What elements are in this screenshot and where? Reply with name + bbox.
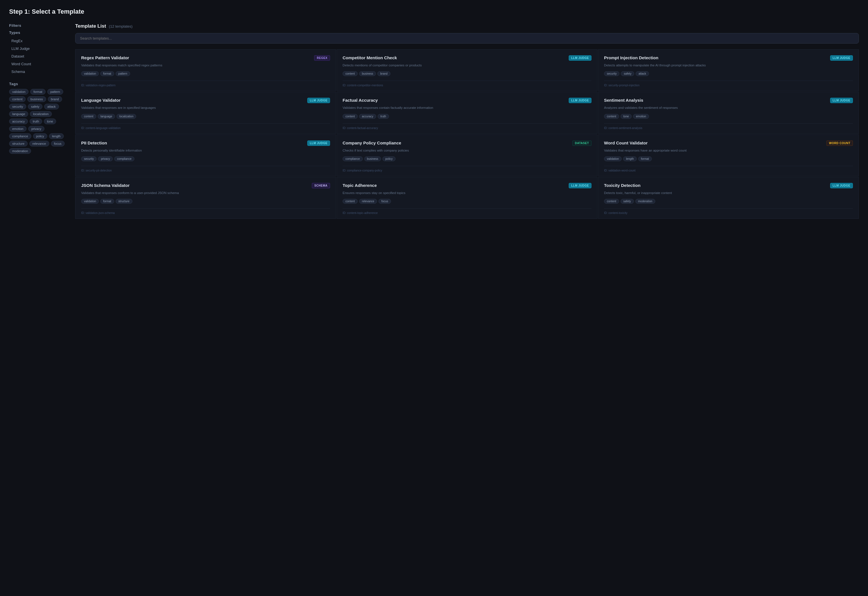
tag-language[interactable]: language: [9, 111, 28, 117]
card-tag[interactable]: focus: [378, 199, 391, 204]
card-badge: WORD COUNT: [827, 140, 853, 146]
tags-label: Tags: [9, 82, 66, 86]
tag-attack[interactable]: attack: [44, 104, 59, 109]
card-tag[interactable]: attack: [636, 71, 649, 76]
card-tag[interactable]: privacy: [98, 157, 113, 161]
card-id: ID: validation-json-schema: [81, 208, 330, 214]
sidebar-type-llm-judge[interactable]: LLM Judge: [9, 45, 66, 52]
card-tag[interactable]: localization: [117, 114, 136, 119]
template-card[interactable]: JSON Schema Validator SCHEMA Validates t…: [75, 177, 336, 219]
tag-safety[interactable]: safety: [28, 104, 43, 109]
card-tag[interactable]: content: [342, 71, 358, 76]
tag-accuracy[interactable]: accuracy: [9, 118, 28, 124]
card-header: Toxicity Detection LLM JUDGE: [604, 183, 853, 188]
card-tag[interactable]: format: [638, 157, 652, 161]
card-tag[interactable]: content: [81, 114, 96, 119]
card-tag[interactable]: policy: [382, 157, 396, 161]
tag-privacy[interactable]: privacy: [28, 126, 44, 132]
tag-format[interactable]: format: [30, 89, 45, 95]
tag-compliance[interactable]: compliance: [9, 133, 31, 139]
card-tag[interactable]: moderation: [635, 199, 655, 204]
tag-business[interactable]: business: [27, 96, 46, 102]
card-tag[interactable]: format: [100, 199, 114, 204]
card-badge: LLM JUDGE: [830, 183, 853, 188]
card-tag[interactable]: pattern: [116, 71, 130, 76]
tag-structure[interactable]: structure: [9, 141, 28, 146]
sidebar-type-regex[interactable]: RegEx: [9, 38, 66, 44]
card-tag[interactable]: safety: [620, 199, 634, 204]
template-card[interactable]: Sentiment Analysis LLM JUDGE Analyzes an…: [598, 92, 859, 134]
card-tag[interactable]: compliance: [342, 157, 363, 161]
card-tag[interactable]: accuracy: [359, 114, 376, 119]
card-tag[interactable]: tone: [620, 114, 632, 119]
card-tag[interactable]: security: [81, 157, 96, 161]
card-tag[interactable]: relevance: [359, 199, 377, 204]
card-desc: Ensures responses stay on specified topi…: [342, 191, 592, 195]
template-card[interactable]: Prompt Injection Detection LLM JUDGE Det…: [598, 49, 859, 91]
card-id: ID: validation-regex-pattern: [81, 81, 330, 87]
card-tag[interactable]: compliance: [114, 157, 134, 161]
tag-brand[interactable]: brand: [48, 96, 62, 102]
card-tag[interactable]: structure: [116, 199, 133, 204]
card-badge: REGEX: [314, 55, 330, 61]
template-card[interactable]: Regex Pattern Validator REGEX Validates …: [75, 49, 336, 91]
card-tag[interactable]: brand: [377, 71, 390, 76]
search-input[interactable]: [75, 33, 859, 44]
card-tag[interactable]: content: [342, 199, 358, 204]
tag-validation[interactable]: validation: [9, 89, 28, 95]
tag-emotion[interactable]: emotion: [9, 126, 27, 132]
card-tag[interactable]: language: [98, 114, 115, 119]
tag-truth[interactable]: truth: [30, 118, 42, 124]
card-name: Regex Pattern Validator: [81, 55, 129, 60]
template-card[interactable]: Language Validator LLM JUDGE Validates t…: [75, 92, 336, 134]
template-card[interactable]: PII Detection LLM JUDGE Detects personal…: [75, 135, 336, 176]
card-tag[interactable]: validation: [81, 71, 99, 76]
tag-relevance[interactable]: relevance: [30, 141, 49, 146]
tag-pattern[interactable]: pattern: [47, 89, 63, 95]
card-tags: securityprivacycompliance: [81, 157, 330, 161]
card-tag[interactable]: validation: [604, 157, 621, 161]
card-tags: contentrelevancefocus: [342, 199, 592, 204]
types-label: Types: [9, 31, 66, 35]
tag-focus[interactable]: focus: [51, 141, 65, 146]
tag-localization[interactable]: localization: [30, 111, 52, 117]
card-tag[interactable]: business: [359, 71, 376, 76]
template-card[interactable]: Topic Adherence LLM JUDGE Ensures respon…: [337, 177, 598, 219]
card-id: ID: content-language-validation: [81, 123, 330, 130]
card-tag[interactable]: safety: [621, 71, 634, 76]
card-tag[interactable]: security: [604, 71, 619, 76]
tag-length[interactable]: length: [49, 133, 64, 139]
card-tag[interactable]: truth: [378, 114, 389, 119]
card-id: ID: content-factual-accuracy: [342, 123, 592, 130]
card-tag[interactable]: length: [623, 157, 636, 161]
tag-tone[interactable]: tone: [44, 118, 56, 124]
card-name: Competitor Mention Check: [342, 55, 397, 60]
card-name: Word Count Validator: [604, 140, 648, 145]
card-desc: Detects attempts to manipulate the AI th…: [604, 63, 853, 68]
template-card[interactable]: Competitor Mention Check LLM JUDGE Detec…: [337, 49, 598, 91]
sidebar-type-schema[interactable]: Schema: [9, 68, 66, 75]
card-tag[interactable]: format: [100, 71, 114, 76]
card-name: Language Validator: [81, 98, 121, 102]
filters-label: Filters: [9, 24, 66, 28]
template-card[interactable]: Company Policy Compliance DATASET Checks…: [337, 135, 598, 176]
sidebar-type-word-count[interactable]: Word Count: [9, 61, 66, 67]
card-tag[interactable]: content: [342, 114, 358, 119]
template-card[interactable]: Factual Accuracy LLM JUDGE Validates tha…: [337, 92, 598, 134]
card-tags: contentaccuracytruth: [342, 114, 592, 119]
card-tags: securitysafetyattack: [604, 71, 853, 76]
template-card[interactable]: Toxicity Detection LLM JUDGE Detects tox…: [598, 177, 859, 219]
card-tag[interactable]: validation: [81, 199, 99, 204]
card-tag[interactable]: content: [604, 199, 619, 204]
card-tag[interactable]: content: [604, 114, 619, 119]
sidebar-type-dataset[interactable]: Dataset: [9, 53, 66, 59]
card-tag[interactable]: emotion: [633, 114, 649, 119]
tag-content[interactable]: content: [9, 96, 26, 102]
tag-security[interactable]: security: [9, 104, 26, 109]
card-tag[interactable]: business: [364, 157, 381, 161]
tag-cloud: validationformatpatterncontentbusinessbr…: [9, 89, 66, 154]
template-card[interactable]: Word Count Validator WORD COUNT Validate…: [598, 135, 859, 176]
tag-policy[interactable]: policy: [33, 133, 47, 139]
main-content: Template List (12 templates) Regex Patte…: [75, 24, 859, 219]
tag-moderation[interactable]: moderation: [9, 148, 31, 154]
